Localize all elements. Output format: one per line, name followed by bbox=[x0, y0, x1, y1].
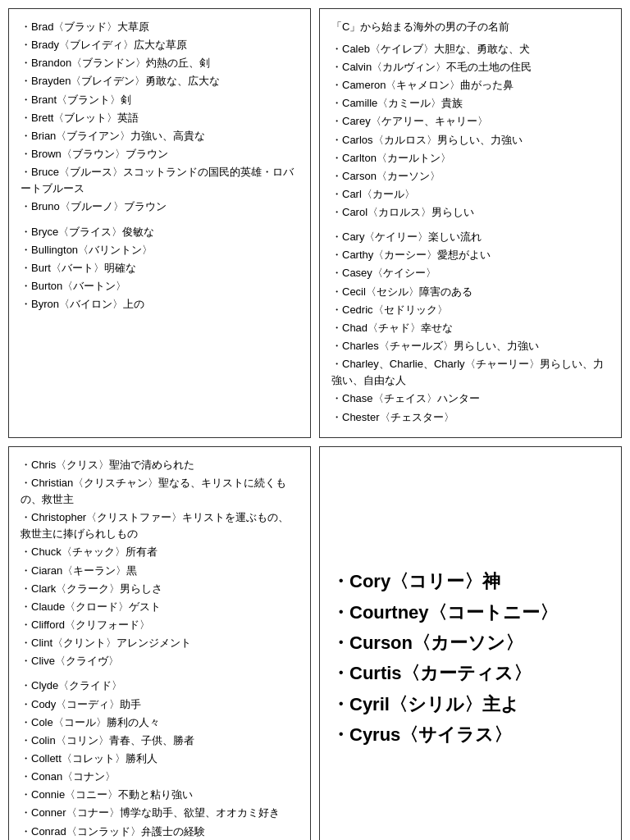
list-item: Brant〈ブラント〉剣 bbox=[21, 92, 299, 108]
list-item: Clive〈クライヴ〉 bbox=[21, 653, 299, 669]
list-item: Cody〈コーディ〉助手 bbox=[21, 696, 299, 713]
card-c-title: 「C」から始まる海外の男の子の名前 bbox=[331, 19, 609, 36]
list-item: Camille〈カミール〉貴族 bbox=[331, 95, 609, 112]
card-c-names-bottom-right: Cory〈コリー〉神Courtney〈コートニー〉Curson〈カーソン〉Cur… bbox=[319, 446, 622, 840]
page-layout: Brad〈ブラッド〉大草原Brady〈ブレイディ〉広大な草原Brandon〈ブラ… bbox=[8, 8, 622, 840]
c-names-list-large: Cory〈コリー〉神Courtney〈コートニー〉Curson〈カーソン〉Cur… bbox=[331, 566, 609, 750]
list-item: Claude〈クロード〉ゲスト bbox=[21, 599, 299, 615]
list-item: Bruno〈ブルーノ〉ブラウン bbox=[21, 199, 299, 215]
list-item: Collett〈コレット〉勝利人 bbox=[21, 751, 299, 767]
list-item: Chuck〈チャック〉所有者 bbox=[21, 544, 299, 560]
list-item-large: Courtney〈コートニー〉 bbox=[331, 597, 609, 628]
list-item-large: Curtis〈カーティス〉 bbox=[331, 658, 609, 688]
list-item: Carl〈カール〉 bbox=[331, 186, 609, 203]
list-item: Caleb〈ケイレブ〉大胆な、勇敢な、犬 bbox=[331, 41, 609, 57]
list-item: Cecil〈セシル〉障害のある bbox=[331, 284, 609, 300]
list-item: Conner〈コナー〉博学な助手、欲望、オオカミ好き bbox=[21, 805, 299, 821]
b-names-list: Brad〈ブラッド〉大草原Brady〈ブレイディ〉広大な草原Brandon〈ブラ… bbox=[21, 19, 299, 313]
c-names-list-3: Chris〈クリス〉聖油で清められたChristian〈クリスチャン〉聖なる、キ… bbox=[21, 457, 299, 670]
list-item: Chad〈チャド〉幸せな bbox=[331, 320, 609, 336]
list-item: Chester〈チェスター〉 bbox=[331, 409, 609, 426]
list-item: Cedric〈セドリック〉 bbox=[331, 302, 609, 318]
list-item: Brandon〈ブランドン〉灼熱の丘、剣 bbox=[21, 55, 299, 71]
list-item: Conrad〈コンラッド〉弁護士の経験 bbox=[21, 824, 299, 840]
c-names-list-1: Caleb〈ケイレブ〉大胆な、勇敢な、犬Calvin〈カルヴィン〉不毛の土地の住… bbox=[331, 41, 609, 221]
list-item: Chris〈クリス〉聖油で清められた bbox=[21, 457, 299, 473]
list-item: Carlos〈カルロス〉男らしい、力強い bbox=[331, 132, 609, 148]
list-item: Ciaran〈キーラン〉黒 bbox=[21, 563, 299, 579]
list-item: Chase〈チェイス〉ハンター bbox=[331, 390, 609, 407]
list-item: Charley、Charlie、Charly〈チャーリー〉男らしい、力強い、自由… bbox=[331, 356, 609, 389]
list-item: Charles〈チャールズ〉男らしい、力強い bbox=[331, 338, 609, 354]
list-item: Calvin〈カルヴィン〉不毛の土地の住民 bbox=[331, 59, 609, 75]
list-item: Colin〈コリン〉青春、子供、勝者 bbox=[21, 733, 299, 749]
list-item: Cary〈ケイリー〉楽しい流れ bbox=[331, 229, 609, 245]
list-item: Brian〈ブライアン〉力強い、高貴な bbox=[21, 128, 299, 144]
list-item: Brett〈ブレット〉英語 bbox=[21, 110, 299, 126]
list-item: Bullington〈バリントン〉 bbox=[21, 242, 299, 258]
c-names-list-4: Clyde〈クライド〉Cody〈コーディ〉助手Cole〈コール〉勝利の人々Col… bbox=[21, 678, 299, 840]
card-c-names-top: 「C」から始まる海外の男の子の名前 Caleb〈ケイレブ〉大胆な、勇敢な、犬Ca… bbox=[319, 8, 622, 438]
list-item: Burton〈バートン〉 bbox=[21, 278, 299, 294]
list-item: Byron〈バイロン〉上の bbox=[21, 296, 299, 313]
list-item: Christopher〈クリストファー〉キリストを運ぶもの、救世主に捧げられしも… bbox=[21, 509, 299, 542]
list-item: Bruce〈ブルース〉スコットランドの国民的英雄・ロバートブルース bbox=[21, 164, 299, 197]
list-item: Connie〈コニー〉不動と粘り強い bbox=[21, 787, 299, 803]
list-item: Carson〈カーソン〉 bbox=[331, 168, 609, 185]
list-item: Brady〈ブレイディ〉広大な草原 bbox=[21, 37, 299, 53]
list-item: Clark〈クラーク〉男らしさ bbox=[21, 581, 299, 597]
list-item: Brad〈ブラッド〉大草原 bbox=[21, 19, 299, 35]
list-item-large: Curson〈カーソン〉 bbox=[331, 628, 609, 658]
card-c-names-bottom-left: Chris〈クリス〉聖油で清められたChristian〈クリスチャン〉聖なる、キ… bbox=[8, 446, 311, 840]
c-names-list-2: Cary〈ケイリー〉楽しい流れCarthy〈カーシー〉愛想がよいCasey〈ケイ… bbox=[331, 229, 609, 426]
list-item: Carol〈カロルス〉男らしい bbox=[331, 204, 609, 221]
list-item: Brayden〈ブレイデン〉勇敢な、広大な bbox=[21, 73, 299, 89]
list-item: Bryce〈ブライス〉俊敏な bbox=[21, 224, 299, 240]
list-item: Carthy〈カーシー〉愛想がよい bbox=[331, 247, 609, 263]
list-item: Conan〈コナン〉 bbox=[21, 769, 299, 785]
list-item: Clint〈クリント〉アレンジメント bbox=[21, 635, 299, 651]
list-item: Carlton〈カールトン〉 bbox=[331, 150, 609, 167]
list-item: Christian〈クリスチャン〉聖なる、キリストに続くもの、救世主 bbox=[21, 475, 299, 508]
list-item: Clyde〈クライド〉 bbox=[21, 678, 299, 694]
list-item-large: Cyrus〈サイラス〉 bbox=[331, 719, 609, 750]
card-b-names: Brad〈ブラッド〉大草原Brady〈ブレイディ〉広大な草原Brandon〈ブラ… bbox=[8, 8, 311, 438]
list-item-large: Cory〈コリー〉神 bbox=[331, 566, 609, 596]
list-item-large: Cyril〈シリル〉主よ bbox=[331, 689, 609, 719]
list-item: Burt〈バート〉明確な bbox=[21, 260, 299, 276]
list-item: Casey〈ケイシー〉 bbox=[331, 265, 609, 281]
list-item: Cameron〈キャメロン〉曲がった鼻 bbox=[331, 77, 609, 94]
list-item: Clifford〈クリフォード〉 bbox=[21, 617, 299, 633]
list-item: Cole〈コール〉勝利の人々 bbox=[21, 714, 299, 731]
list-item: Carey〈ケアリー、キャリー〉 bbox=[331, 113, 609, 130]
list-item: Brown〈ブラウン〉ブラウン bbox=[21, 146, 299, 162]
